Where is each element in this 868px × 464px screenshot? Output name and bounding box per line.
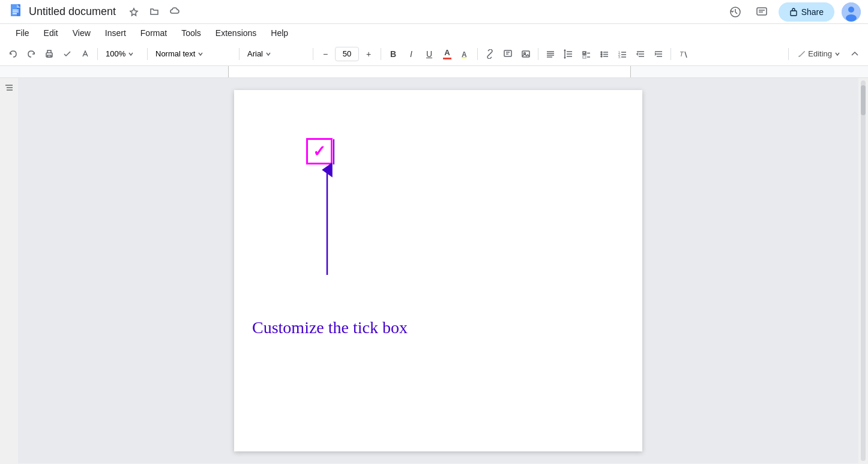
editing-mode-button[interactable]: Editing	[792, 46, 845, 62]
svg-rect-4	[13, 11, 19, 13]
font-size-increase-button[interactable]: +	[360, 46, 377, 62]
comments-button[interactable]	[752, 2, 771, 22]
user-avatar[interactable]	[842, 2, 861, 22]
numbered-list-button[interactable]: 1. 2. 3.	[614, 46, 631, 62]
indent-more-button[interactable]	[650, 46, 667, 62]
font-style-value: Normal text	[155, 49, 195, 58]
history-button[interactable]	[726, 2, 745, 22]
menu-insert[interactable]: Insert	[99, 26, 132, 40]
menu-extensions[interactable]: Extensions	[209, 26, 262, 40]
share-button[interactable]: Share	[779, 2, 834, 22]
svg-point-40	[601, 53, 602, 55]
menu-help[interactable]: Help	[265, 26, 294, 40]
title-bar-right: Share	[726, 2, 861, 22]
separator-3	[239, 48, 240, 60]
add-comment-button[interactable]	[499, 46, 516, 62]
svg-point-42	[601, 56, 602, 57]
svg-rect-19	[462, 57, 466, 58]
menu-view[interactable]: View	[67, 26, 97, 40]
zoom-value: 100%	[106, 49, 125, 58]
line-spacing-button[interactable]	[560, 46, 577, 62]
ruler-white-area	[228, 66, 631, 77]
title-action-icons	[125, 4, 183, 20]
svg-text:3.: 3.	[618, 55, 621, 59]
indent-less-button[interactable]	[632, 46, 649, 62]
scrollbar-thumb[interactable]	[861, 85, 866, 115]
font-size-input[interactable]	[335, 47, 359, 61]
share-label: Share	[801, 7, 824, 17]
font-family-select[interactable]: Arial	[243, 46, 309, 62]
separator-5	[381, 48, 381, 60]
italic-button[interactable]: I	[403, 46, 420, 62]
underline-button[interactable]: U	[421, 46, 438, 62]
collapse-toolbar-button[interactable]	[846, 46, 863, 62]
separator-2	[147, 48, 148, 60]
svg-rect-3	[13, 10, 19, 11]
separator-1	[97, 48, 98, 60]
svg-point-38	[601, 52, 602, 53]
annotation-arrow	[318, 161, 354, 281]
separator-6	[477, 48, 478, 60]
separator-4	[313, 48, 313, 60]
left-panel	[0, 78, 18, 463]
clear-format-button[interactable]: T	[675, 46, 692, 62]
svg-marker-6	[130, 8, 137, 16]
ruler	[0, 66, 868, 78]
star-button[interactable]	[125, 4, 142, 20]
insert-image-button[interactable]	[517, 46, 534, 62]
outline-icon-button[interactable]	[4, 83, 14, 96]
title-bar-left: Untitled document	[7, 4, 726, 20]
paint-format-button[interactable]	[77, 46, 94, 62]
alignment-button[interactable]	[542, 46, 559, 62]
menu-file[interactable]: File	[10, 26, 35, 40]
tick-checkmark: ✓	[313, 142, 326, 161]
svg-text:T: T	[680, 50, 684, 58]
highlight-button[interactable]: A	[457, 46, 474, 62]
annotation-text: Customize the tick box	[252, 318, 408, 337]
editing-mode-label: Editing	[808, 49, 832, 58]
print-button[interactable]	[41, 46, 58, 62]
text-color-button[interactable]: A	[439, 46, 456, 62]
svg-line-20	[489, 53, 491, 55]
toolbar: 100% Normal text Arial − + B I U A	[0, 42, 868, 66]
scrollbar-track[interactable]	[861, 80, 866, 461]
bold-button[interactable]: B	[385, 46, 402, 62]
move-to-folder-button[interactable]	[146, 4, 163, 20]
svg-rect-36	[583, 56, 586, 58]
menu-edit[interactable]: Edit	[38, 26, 64, 40]
svg-line-57	[685, 52, 687, 58]
font-style-select[interactable]: Normal text	[151, 46, 235, 62]
menu-format[interactable]: Format	[134, 26, 173, 40]
separator-8	[671, 48, 671, 60]
separator-9	[788, 48, 789, 60]
redo-button[interactable]	[23, 46, 40, 62]
svg-rect-11	[791, 11, 797, 16]
cloud-save-button[interactable]	[166, 4, 183, 20]
docs-app-icon[interactable]	[7, 4, 24, 20]
svg-rect-16	[47, 55, 51, 57]
svg-point-13	[848, 7, 854, 13]
document-title[interactable]: Untitled document	[29, 5, 116, 18]
checklist-button[interactable]	[578, 46, 595, 62]
link-button[interactable]	[481, 46, 498, 62]
svg-rect-8	[757, 8, 767, 15]
svg-point-14	[846, 14, 857, 22]
document-page[interactable]: ✓ Customize the tick box	[234, 90, 642, 451]
zoom-select[interactable]: 100%	[101, 46, 143, 62]
svg-rect-5	[13, 13, 17, 14]
scroll-area[interactable]: ✓ Customize the tick box	[18, 78, 858, 463]
menu-tools[interactable]: Tools	[175, 26, 207, 40]
undo-button[interactable]	[5, 46, 22, 62]
font-family-value: Arial	[247, 49, 263, 58]
font-size-decrease-button[interactable]: −	[317, 46, 334, 62]
bullet-list-button[interactable]	[596, 46, 613, 62]
main-area: ✓ Customize the tick box	[0, 78, 868, 463]
separator-7	[538, 48, 538, 60]
menu-bar: File Edit View Insert Format Tools Exten…	[0, 24, 868, 42]
spellcheck-button[interactable]	[59, 46, 76, 62]
right-panel	[858, 78, 868, 463]
svg-rect-21	[504, 50, 511, 56]
ruler-inner	[0, 66, 868, 77]
title-bar: Untitled document	[0, 0, 868, 24]
